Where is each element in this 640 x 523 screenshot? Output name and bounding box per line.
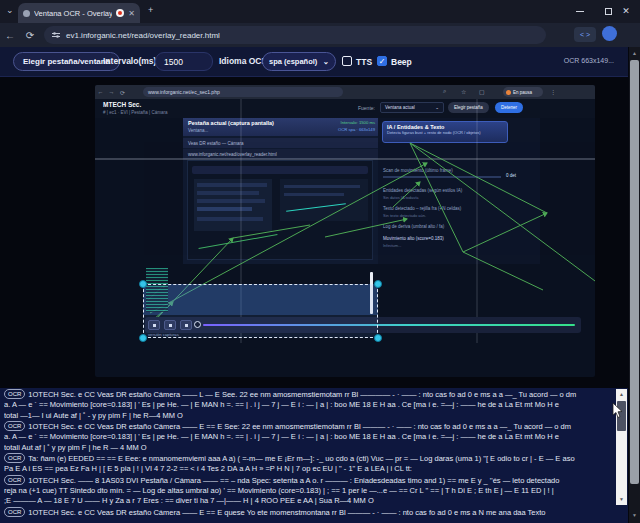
ocr-line: 1OTECH Sec. e CC Veas DR estaño Cámera —… bbox=[28, 422, 571, 431]
ocr-selection-rect[interactable] bbox=[143, 284, 378, 338]
ocr-line: a. A — e ´ == Movimiento [core=0.183] | … bbox=[4, 432, 624, 442]
ocr-line: totali Aut af | ˚ y py pim F | he R — 4 … bbox=[4, 443, 624, 453]
browser-tab-strip: ⌄ Ventana OCR - Overlay TTS ✕ + ✕ bbox=[0, 0, 640, 23]
ocr-badge: OCR bbox=[4, 507, 25, 517]
app-toolbar: Elegir pestaña/ventana Intervalo(ms): 15… bbox=[0, 47, 628, 77]
ocr-entry: OCR1OTECH Sec. e CC Veas DR estaño Cámer… bbox=[4, 421, 624, 453]
selection-handle-top-right[interactable] bbox=[374, 280, 382, 288]
ocr-line: ;E ——— A — 18 E 7 U —— H y Za a r 7 Eres… bbox=[4, 496, 624, 506]
ocr-log-scroll-thumb[interactable] bbox=[617, 401, 626, 431]
ocr-line: a. A — e ´ == Movimiento [core=0.183] | … bbox=[4, 400, 624, 410]
interval-label: Intervalo(ms): bbox=[103, 56, 159, 66]
ocr-line: 1OTECH Sec. —— 8 1AS03 DVI Pestaña / Cám… bbox=[28, 476, 559, 485]
chevron-down-icon: ⌄ bbox=[323, 57, 329, 66]
page-scroll-thumb[interactable] bbox=[630, 60, 639, 484]
recording-indicator-icon bbox=[116, 9, 124, 17]
new-tab-icon[interactable]: + bbox=[148, 6, 153, 15]
scroll-down-icon[interactable]: ▼ bbox=[616, 494, 627, 505]
interval-input[interactable]: 1500 bbox=[155, 52, 213, 71]
ocr-badge: OCR bbox=[4, 475, 25, 485]
url-text: ev1.inforganic.net/read/overlay_reader.h… bbox=[66, 31, 220, 40]
browser-address-bar: ← ⟳ ev1.inforganic.net/read/overlay_read… bbox=[0, 23, 640, 47]
profile-avatar[interactable] bbox=[602, 26, 617, 41]
back-icon[interactable]: ← bbox=[0, 30, 20, 41]
selection-handle-bottom-left[interactable] bbox=[139, 334, 147, 342]
ocr-log[interactable]: OCR1OTECH Sec. e CC Veas DR estaño Cámer… bbox=[0, 388, 628, 523]
ocr-status-text: OCR 663x149... bbox=[564, 57, 614, 64]
ocr-entry: OCR1OTECH Sec. e CC Veas DR estaño Cámer… bbox=[4, 389, 624, 421]
ocr-language-value: spa (español) bbox=[269, 57, 317, 66]
ocr-line: reja na (+1 cue) TT Sintedo dto mín. = —… bbox=[4, 486, 624, 496]
selection-handle-top-left[interactable] bbox=[139, 280, 147, 288]
scroll-up-icon[interactable]: ▲ bbox=[629, 47, 640, 60]
tab-close-icon[interactable]: ✕ bbox=[128, 9, 135, 18]
tts-checkbox[interactable] bbox=[342, 56, 352, 66]
extension-code-icon[interactable]: < > bbox=[574, 27, 596, 42]
ocr-entry: OCRTa: ñam (e) EEDED == == E Eee: e nman… bbox=[4, 453, 624, 475]
selection-handle-bottom-right[interactable] bbox=[374, 334, 382, 342]
url-field[interactable]: ev1.inforganic.net/read/overlay_reader.h… bbox=[44, 26, 546, 44]
tab-search-chevron-icon[interactable]: ⌄ bbox=[6, 6, 14, 15]
beep-label: Beep bbox=[391, 57, 412, 67]
page-root: { "colors": { "accent_blue": "#2f6fe4", … bbox=[0, 0, 640, 523]
ocr-badge: OCR bbox=[4, 421, 25, 431]
ocr-line: Pa E A i ES == pea Ez Fa H | [ E 5 pia |… bbox=[4, 464, 624, 474]
ocr-log-scrollbar[interactable]: ▲ ▼ bbox=[616, 389, 627, 505]
ocr-line: 1OTECH Sec. e CC Veas DR estaño Cámera —… bbox=[28, 508, 545, 517]
window-minimize-icon[interactable] bbox=[566, 0, 594, 22]
ocr-line: 1OTECH Sec. e CC Veas DR estaño Cámera —… bbox=[28, 390, 576, 399]
ocr-language-select[interactable]: spa (español) ⌄ bbox=[262, 52, 336, 71]
reload-icon[interactable]: ⟳ bbox=[20, 30, 40, 41]
scroll-up-icon[interactable]: ▲ bbox=[616, 389, 627, 400]
ocr-entry: OCR1OTECH Sec. e CC Veas DR estaño Cámer… bbox=[4, 507, 624, 518]
tab-favicon-icon bbox=[23, 10, 30, 17]
beep-checkbox[interactable]: ✓ bbox=[377, 56, 387, 66]
ocr-badge: OCR bbox=[4, 389, 25, 399]
ocr-line: Ta: ñam (e) EEDED == == E Eee: e nmanome… bbox=[28, 454, 574, 463]
page-scrollbar[interactable]: ▲ ▼ bbox=[629, 47, 640, 523]
scroll-down-icon[interactable]: ▼ bbox=[629, 509, 640, 522]
ocr-badge: OCR bbox=[4, 453, 25, 463]
tts-label: TTS bbox=[356, 57, 372, 67]
ocr-entry: OCR1OTECH Sec. —— 8 1AS03 DVI Pestaña / … bbox=[4, 475, 624, 507]
site-settings-icon[interactable] bbox=[52, 31, 60, 39]
tab-title: Ventana OCR - Overlay TTS bbox=[34, 9, 112, 18]
window-close-icon[interactable]: ✕ bbox=[612, 0, 640, 22]
ocr-line: total —1— I ui Aute af | ˚ - y py pim F … bbox=[4, 411, 624, 421]
capture-preview[interactable]: ← → ⟳ www.inforganic.net/ec_sec1.php ⌕ ☆… bbox=[95, 85, 595, 377]
browser-tab[interactable]: Ventana OCR - Overlay TTS ✕ bbox=[18, 3, 140, 23]
